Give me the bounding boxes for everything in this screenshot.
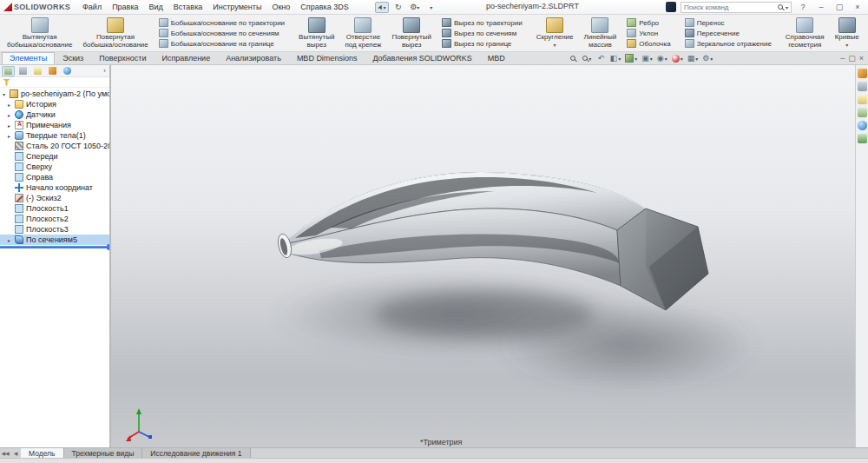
apply-scene-button[interactable]: ▦▾ <box>686 53 700 64</box>
menu-file[interactable]: Файл <box>77 2 107 12</box>
extruded-cut-button[interactable]: Вытянутыйвырез <box>293 16 339 50</box>
tab-sketch[interactable]: Эскиз <box>55 52 91 64</box>
lofted-cut-button[interactable]: Вырез по сечениям <box>440 29 524 37</box>
tree-item-loft5-selected[interactable]: ▸По сечениям5 <box>0 235 109 245</box>
reference-geometry-button[interactable]: Справочнаягеометрия ▾ <box>780 16 830 50</box>
help-button[interactable]: ? <box>796 2 810 13</box>
appearances-icon[interactable] <box>858 121 867 130</box>
tree-item-plane3[interactable]: Плоскость3 <box>0 224 109 235</box>
tree-item-top-plane[interactable]: Сверху <box>0 162 109 172</box>
boundary-boss-button[interactable]: Бобышка/основание на границе <box>157 39 286 48</box>
window-minimize-button[interactable]: – <box>814 2 828 13</box>
boundary-cut-button[interactable]: Вырез по границе <box>440 39 524 48</box>
tree-item-history[interactable]: ▸История <box>0 99 109 109</box>
search-dropdown-icon[interactable]: ▾ <box>786 4 788 10</box>
section-view-button[interactable]: ◧▾ <box>608 53 623 64</box>
menu-insert[interactable]: Вставка <box>168 2 207 12</box>
select-tool-button[interactable]: ➤▾ <box>375 2 389 13</box>
panel-expand-chevron-icon[interactable]: › <box>103 67 108 75</box>
dimxpertmanager-tab[interactable] <box>46 66 59 76</box>
propertymanager-tab[interactable] <box>16 66 30 76</box>
command-search[interactable]: ▾ <box>681 2 792 13</box>
rollback-bar[interactable] <box>0 246 109 248</box>
tab-features[interactable]: Элементы <box>2 52 55 64</box>
previous-view-button[interactable]: ↶ <box>595 53 608 64</box>
3dexperience-icon[interactable] <box>666 2 676 12</box>
solid-bodies-folder-icon <box>15 131 23 140</box>
menu-view[interactable]: Вид <box>144 2 168 12</box>
filter-funnel-icon[interactable] <box>3 79 10 86</box>
tab-evaluate[interactable]: Анализировать <box>218 52 289 64</box>
move-button[interactable]: Перенос <box>683 18 773 27</box>
tab-mbd[interactable]: MBD <box>480 52 513 64</box>
fillet-dropdown-icon[interactable]: ▾ <box>554 42 556 48</box>
command-search-input[interactable] <box>684 3 775 11</box>
tree-item-plane1[interactable]: Плоскость1 <box>0 203 109 214</box>
revolved-boss-button[interactable]: Повернутаябобышка/основание <box>77 16 153 50</box>
revolved-cut-button[interactable]: Повернутыйвырез <box>386 16 437 50</box>
quick-more-dropdown[interactable]: ▾ <box>424 2 438 13</box>
displaymanager-tab[interactable] <box>61 66 74 76</box>
tab-repair[interactable]: Исправление <box>154 52 218 64</box>
window-maximize-button[interactable]: ▢ <box>832 2 846 13</box>
mirror-button[interactable]: Зеркальное отражение <box>683 39 773 48</box>
tab-scroll-first-icon[interactable]: ◀◀ <box>0 448 10 458</box>
hole-wizard-button[interactable]: Отверстиепод крепеж ▾ <box>339 16 386 50</box>
shell-button[interactable]: Оболочка <box>625 39 672 48</box>
tree-item-annotations[interactable]: ▸Примечания <box>0 120 109 130</box>
featuremanager-tree-tab[interactable] <box>2 66 15 76</box>
configurationmanager-tab[interactable] <box>31 66 44 76</box>
fillet-button[interactable]: Скругление ▾ <box>531 16 579 50</box>
swept-cut-button[interactable]: Вырез по траектории <box>440 18 524 27</box>
view-settings-button[interactable]: ⚙▾ <box>700 53 714 64</box>
custom-properties-icon[interactable] <box>858 134 867 143</box>
tree-item-origin[interactable]: Начало координат <box>0 182 109 193</box>
tree-item-right-plane[interactable]: Справа <box>0 172 109 182</box>
curves-button[interactable]: Кривые ▾ <box>830 16 865 50</box>
draft-button[interactable]: Уклон <box>625 29 672 37</box>
view-orientation-button[interactable]: ▾ <box>623 53 639 64</box>
model-tab[interactable]: Модель <box>21 448 64 458</box>
tree-item-root[interactable]: ▾po-secheniyam-2 (По умолчанию) <<П <box>0 89 109 99</box>
tree-item-sensors[interactable]: ▸Датчики <box>0 109 109 120</box>
menu-tools[interactable]: Инструменты <box>207 2 266 12</box>
intersect-button[interactable]: Пересечение <box>683 29 773 37</box>
rebuild-button[interactable]: ↻ <box>391 2 405 13</box>
tree-item-sketch2[interactable]: (-) Эскиз2 <box>0 193 109 203</box>
tree-item-solid-bodies[interactable]: ▸Твердые тела(1) <box>0 130 109 141</box>
tab-scroll-prev-icon[interactable]: ◀ <box>10 448 21 458</box>
menu-edit[interactable]: Правка <box>107 2 143 12</box>
tab-surfaces[interactable]: Поверхности <box>91 52 154 64</box>
pane-close-icon[interactable]: × <box>859 54 864 63</box>
pane-restore-icon[interactable]: ▢ <box>848 54 856 63</box>
tree-item-plane2[interactable]: Плоскость2 <box>0 214 109 224</box>
tab-solidworks-addins[interactable]: Добавления SOLIDWORKS <box>365 52 479 64</box>
options-button[interactable]: ⚙▾ <box>408 2 422 13</box>
swept-boss-button[interactable]: Бобышка/основание по траектории <box>157 18 286 27</box>
view-palette-icon[interactable] <box>858 108 867 117</box>
rib-button[interactable]: Ребро <box>625 18 672 27</box>
graphics-viewport[interactable]: *Триметрия <box>111 65 855 447</box>
menu-window[interactable]: Окно <box>266 2 295 12</box>
pane-minimize-icon[interactable]: – <box>840 54 845 63</box>
solidworks-resources-icon[interactable] <box>858 69 867 78</box>
edit-appearance-button[interactable]: ▾ <box>670 53 685 64</box>
tab-mbd-dimensions[interactable]: MBD Dimensions <box>289 52 365 64</box>
tree-item-material[interactable]: Сталь 20 ГОСТ 1050-2013 <box>0 141 109 151</box>
window-close-button[interactable]: × <box>851 2 865 13</box>
display-style-button[interactable]: ▣▾ <box>640 53 654 64</box>
lofted-boss-button[interactable]: Бобышка/основание по сечениям <box>157 29 286 37</box>
extruded-boss-button[interactable]: Вытянутаябобышка/основание <box>2 16 77 50</box>
3d-views-tab[interactable]: Трехмерные виды <box>64 448 143 458</box>
revolved-cut-label-2: вырез <box>402 41 421 49</box>
motion-study-tab[interactable]: Исследование движения 1 <box>142 448 250 458</box>
curves-dropdown-icon[interactable]: ▾ <box>845 42 848 48</box>
menu-help-3ds[interactable]: Справка 3DS <box>295 2 353 12</box>
hide-show-items-button[interactable]: ◉▾ <box>655 53 669 64</box>
file-explorer-icon[interactable] <box>858 95 867 104</box>
linear-pattern-button[interactable]: Линейныймассив ▾ <box>579 16 622 50</box>
zoom-fit-button[interactable] <box>567 53 580 64</box>
design-library-icon[interactable] <box>858 82 867 91</box>
zoom-area-button[interactable]: ▾ <box>581 53 594 64</box>
tree-item-front-plane[interactable]: Спереди <box>0 151 109 162</box>
